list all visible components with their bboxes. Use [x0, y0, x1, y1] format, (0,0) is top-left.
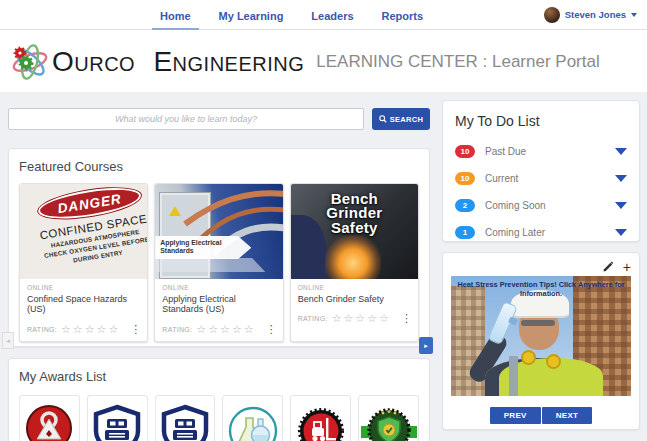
award-loto-badge[interactable]: LOTO	[19, 395, 80, 441]
rating-stars[interactable]: ☆☆☆☆☆	[196, 324, 255, 335]
banner-image[interactable]: Heat Stress Prevention Tips! Click Anywh…	[451, 276, 631, 396]
carousel-next-arrow-icon[interactable]: ▸	[419, 337, 433, 354]
award-truck-shield-badge[interactable]	[87, 395, 148, 441]
carousel-prev-arrow-icon[interactable]: ◂	[2, 332, 14, 349]
brand-subtitle: LEARNING CENTER : Learner Portal	[316, 52, 599, 72]
edit-pencil-icon[interactable]	[602, 261, 614, 273]
course-type-label: ONLINE	[298, 284, 411, 291]
my-awards-panel: My Awards List LOTO	[8, 358, 430, 441]
search-button-label: SEARCH	[390, 115, 423, 124]
course-card-confined-space[interactable]: DANGER CONFINED SPACE HAZARDOUS ATMOSPHE…	[19, 183, 148, 342]
nav-tab-home[interactable]: Home	[158, 2, 193, 28]
truck-shield-icon	[160, 404, 210, 441]
course-image-grinder: Bench Grinder Safety	[291, 184, 418, 279]
course-title: Bench Grinder Safety	[298, 294, 411, 304]
todo-row-coming-soon[interactable]: 2 Coming Soon	[455, 192, 627, 219]
count-badge: 1	[455, 226, 475, 239]
info-banner-panel: + Heat Stress Prevention Tips! Click Any…	[442, 252, 640, 430]
safety-glasses-graphic	[521, 320, 555, 326]
kebab-menu-icon[interactable]: ⋮	[401, 313, 412, 324]
next-button[interactable]: NEXT	[542, 407, 593, 424]
count-badge: 10	[455, 145, 475, 158]
banner-caption: Heat Stress Prevention Tips! Click Anywh…	[451, 280, 631, 298]
course-type-label: ONLINE	[162, 284, 275, 291]
worker-vest-graphic	[485, 358, 603, 396]
award-chemistry-badge[interactable]	[222, 395, 283, 441]
prev-button[interactable]: PREV	[490, 407, 541, 424]
chevron-down-icon	[631, 13, 637, 17]
rating-row: RATING: ☆☆☆☆☆	[298, 313, 411, 324]
todo-row-past-due[interactable]: 10 Past Due	[455, 138, 627, 165]
todo-row-current[interactable]: 10 Current	[455, 165, 627, 192]
my-awards-title: My Awards List	[19, 369, 419, 384]
header: Ourco Engineering LEARNING CENTER : Lear…	[0, 31, 647, 92]
dropdown-triangle-icon[interactable]	[615, 148, 627, 155]
kebab-menu-icon[interactable]: ⋮	[130, 324, 141, 335]
featured-courses-title: Featured Courses	[19, 159, 419, 174]
loto-lock-icon: LOTO	[24, 403, 74, 441]
award-safety-check-badge[interactable]	[358, 395, 419, 441]
course-info: ONLINE Applying Electrical Standards (US…	[155, 279, 282, 341]
search-button[interactable]: SEARCH	[372, 108, 430, 130]
rating-label: RATING:	[162, 326, 192, 333]
nav-tab-leaders[interactable]: Leaders	[309, 2, 355, 28]
banner-toolbar: +	[451, 260, 631, 273]
course-info: ONLINE Confined Space Hazards (US) RATIN…	[20, 279, 147, 341]
nav-links: Home My Learning Leaders Reports	[158, 2, 425, 28]
rating-row: RATING: ☆☆☆☆☆	[27, 324, 140, 335]
vest-stripe-graphic	[509, 356, 518, 396]
ear-muff-graphic	[546, 354, 561, 369]
nav-tab-reports[interactable]: Reports	[380, 2, 426, 28]
banner-pager: PREV NEXT	[451, 407, 631, 424]
sparks-graphic	[325, 235, 381, 279]
truck-shield-icon	[92, 404, 142, 441]
todo-label: Current	[485, 173, 518, 184]
user-menu[interactable]: Steven Jones	[544, 7, 637, 23]
award-forklift-badge[interactable]	[290, 395, 351, 441]
user-avatar	[544, 7, 560, 23]
count-badge: 10	[455, 172, 475, 185]
course-carousel: DANGER CONFINED SPACE HAZARDOUS ATMOSPHE…	[19, 183, 419, 342]
course-title: Confined Space Hazards (US)	[27, 294, 140, 315]
main-content: SEARCH Featured Courses DANGER CONFINED …	[0, 92, 647, 441]
todo-label: Coming Soon	[485, 200, 546, 211]
todo-row-coming-later[interactable]: 1 Coming Later	[455, 219, 627, 246]
rating-stars[interactable]: ☆☆☆☆☆	[332, 313, 391, 324]
chemistry-flasks-icon	[227, 404, 279, 441]
dropdown-triangle-icon[interactable]	[615, 202, 627, 209]
count-badge: 2	[455, 199, 475, 212]
brand-title: Ourco Engineering	[52, 46, 304, 78]
search-bar: SEARCH	[8, 108, 430, 130]
dropdown-triangle-icon[interactable]	[615, 175, 627, 182]
course-image-electrical: Applying Electrical Standards	[155, 184, 282, 279]
course-info: ONLINE Bench Grinder Safety RATING: ☆☆☆☆…	[291, 279, 418, 330]
add-plus-icon[interactable]: +	[623, 262, 631, 272]
course-card-electrical[interactable]: Applying Electrical Standards ONLINE App…	[154, 183, 283, 342]
kebab-menu-icon[interactable]: ⋮	[266, 324, 277, 335]
image-caption-band: Applying Electrical Standards	[155, 236, 251, 259]
image-title-text: Bench Grinder Safety	[291, 192, 418, 235]
my-todo-title: My To Do List	[455, 113, 627, 129]
award-truck-shield-badge[interactable]	[155, 395, 216, 441]
top-navbar: Home My Learning Leaders Reports Steven …	[0, 0, 647, 30]
featured-courses-panel: Featured Courses DANGER CONFINED SPACE H…	[8, 148, 430, 347]
my-todo-panel: My To Do List 10 Past Due 10 Current 2 C…	[442, 100, 640, 242]
search-icon	[379, 115, 387, 123]
course-card-bench-grinder[interactable]: Bench Grinder Safety ONLINE Bench Grinde…	[290, 183, 419, 342]
rating-stars[interactable]: ☆☆☆☆☆	[61, 324, 120, 335]
course-image-danger-sign: DANGER CONFINED SPACE HAZARDOUS ATMOSPHE…	[20, 184, 147, 279]
course-type-label: ONLINE	[27, 284, 140, 291]
todo-label: Coming Later	[485, 227, 545, 238]
awards-badges-row: LOTO	[19, 395, 419, 441]
rating-label: RATING:	[27, 326, 57, 333]
label-band-shadow	[155, 258, 265, 272]
forklift-icon	[295, 404, 347, 441]
dropdown-triangle-icon[interactable]	[615, 229, 627, 236]
safety-shield-check-icon	[361, 404, 417, 441]
search-input[interactable]	[8, 108, 364, 130]
todo-label: Past Due	[485, 146, 526, 157]
course-title: Applying Electrical Standards (US)	[162, 294, 275, 315]
user-name: Steven Jones	[565, 9, 626, 20]
atom-gears-logo-icon	[8, 42, 48, 82]
nav-tab-my-learning[interactable]: My Learning	[217, 2, 286, 28]
